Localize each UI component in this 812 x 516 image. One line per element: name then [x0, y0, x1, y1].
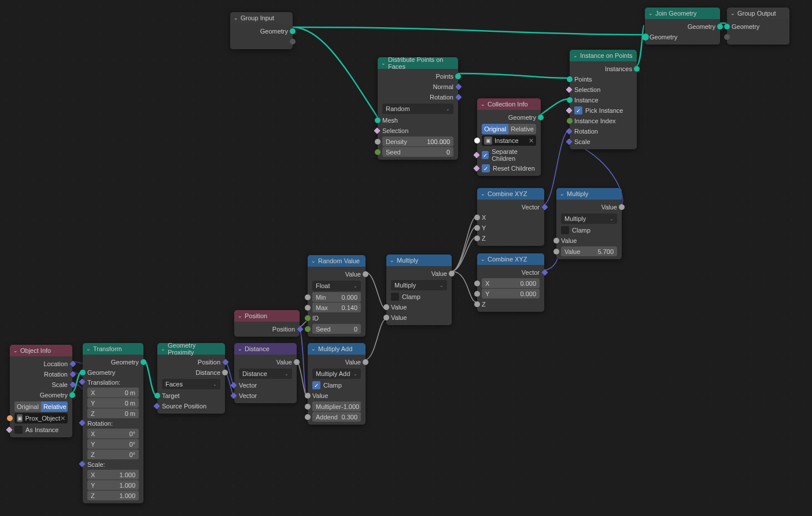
checkbox-box[interactable] [312, 381, 320, 389]
checkbox-box[interactable] [561, 226, 569, 234]
socket-geometry[interactable] [567, 97, 573, 103]
field-multiplier[interactable]: Multiplier-1.000 [312, 401, 361, 411]
node-group-input[interactable]: ⌄Group Input Geometry [230, 12, 293, 49]
field-seed[interactable]: Seed0 [312, 324, 361, 334]
socket-collection[interactable] [474, 138, 480, 143]
node-object-info[interactable]: ⌄Object Info Location Rotation Scale Geo… [10, 345, 72, 437]
node-header[interactable]: ⌄Join Geometry [645, 8, 720, 19]
field-min[interactable]: Min0.000 [312, 292, 361, 302]
socket-geometry[interactable] [375, 117, 381, 123]
node-header[interactable]: ⌄Group Input [230, 12, 293, 24]
socket-float[interactable] [474, 235, 480, 241]
dropdown-operation[interactable]: Multiply⌄ [391, 280, 447, 290]
field-sz[interactable]: Z1.000 [87, 491, 139, 500]
checkbox-reset-children[interactable]: Reset Children [477, 163, 541, 174]
dropdown-operation[interactable]: Multiply⌄ [561, 213, 617, 224]
field-rx[interactable]: X0° [87, 429, 139, 438]
node-position[interactable]: ⌄Position Position [234, 310, 300, 337]
node-collection-info[interactable]: ⌄Collection Info Geometry Original Relat… [477, 98, 541, 176]
socket-geometry[interactable] [634, 66, 640, 72]
node-combine-xyz-2[interactable]: ⌄Combine XYZ Vector X0.000 Y0.000 Z [477, 253, 544, 312]
checkbox-clamp[interactable]: Clamp [556, 225, 622, 235]
button-original[interactable]: Original [482, 124, 508, 134]
socket-geometry[interactable] [455, 73, 461, 79]
field-sx[interactable]: X1.000 [87, 470, 139, 480]
checkbox-as-instance[interactable]: As Instance [10, 425, 72, 435]
dropdown-mode[interactable]: Faces⌄ [162, 379, 220, 389]
node-header[interactable]: ⌄Multiply Add [308, 343, 366, 355]
node-random-value[interactable]: ⌄Random Value Value Float⌄ Min0.000 Max0… [308, 255, 366, 337]
checkbox-box[interactable] [14, 426, 23, 434]
dropdown-type[interactable]: Float⌄ [312, 281, 361, 291]
node-geometry-proximity[interactable]: ⌄Geometry Proximity Position Distance Fa… [157, 343, 225, 414]
socket-float[interactable] [305, 294, 311, 300]
checkbox-box[interactable] [391, 293, 399, 301]
node-header[interactable]: ⌄Multiply [386, 255, 452, 266]
node-distribute-points[interactable]: ⌄Distribute Points on Faces Points Norma… [378, 57, 458, 160]
socket-float[interactable] [474, 291, 480, 297]
socket-float[interactable] [305, 305, 311, 311]
node-instance-on-points[interactable]: ⌄Instance on Points Instances Points Sel… [570, 50, 637, 149]
node-header[interactable]: ⌄Combine XYZ [477, 188, 544, 200]
node-multiply[interactable]: ⌄Multiply Value Multiply⌄ Clamp Value Va… [386, 255, 452, 325]
field-y[interactable]: Y0.000 [482, 289, 540, 298]
socket-int[interactable] [567, 118, 573, 124]
socket-float[interactable] [383, 304, 389, 310]
checkbox-box[interactable] [482, 151, 489, 159]
socket-float[interactable] [363, 359, 368, 365]
node-header[interactable]: ⌄Position [234, 310, 300, 322]
socket-int[interactable] [305, 315, 311, 321]
socket-float[interactable] [383, 315, 389, 320]
field-tz[interactable]: Z0 m [87, 408, 139, 418]
node-header[interactable]: ⌄Random Value [308, 255, 366, 267]
field-tx[interactable]: X0 m [87, 388, 139, 397]
socket-geometry-multi[interactable] [642, 34, 649, 40]
field-max[interactable]: Max0.140 [312, 303, 361, 312]
field-object[interactable]: ▣Prox_Object✕ [14, 413, 68, 423]
dropdown-operation[interactable]: Multiply Add⌄ [312, 368, 361, 379]
node-transform[interactable]: ⌄Transform Geometry Geometry Translation… [83, 343, 143, 503]
socket-float[interactable] [449, 271, 455, 277]
dropdown-mode[interactable]: Random⌄ [382, 104, 453, 114]
node-header[interactable]: ⌄Combine XYZ [477, 253, 544, 265]
socket-float[interactable] [474, 215, 480, 220]
node-multiply-add[interactable]: ⌄Multiply Add Value Multiply Add⌄ Clamp … [308, 343, 366, 425]
socket-float[interactable] [294, 359, 300, 365]
checkbox-separate-children[interactable]: Separate Children [477, 147, 541, 163]
socket-geometry[interactable] [567, 76, 573, 82]
node-header[interactable]: ⌄Geometry Proximity [157, 343, 225, 355]
socket-float[interactable] [222, 370, 228, 375]
field-sy[interactable]: Y1.000 [87, 480, 139, 490]
socket-float[interactable] [305, 393, 311, 399]
socket-geometry[interactable] [538, 115, 544, 120]
button-relative[interactable]: Relative [41, 401, 68, 412]
field-collection[interactable]: ▣Instance✕ [482, 135, 536, 146]
field-addend[interactable]: Addend0.300 [312, 412, 361, 422]
socket-float[interactable] [363, 271, 368, 277]
socket-float[interactable] [305, 404, 311, 410]
field-seed[interactable]: Seed0 [382, 147, 453, 157]
socket-float[interactable] [553, 249, 559, 255]
socket-geometry[interactable] [80, 370, 86, 375]
node-header[interactable]: ⌄Distance [234, 343, 297, 355]
checkbox-pick-instance[interactable]: Pick Instance [570, 105, 637, 116]
button-original[interactable]: Original [14, 401, 41, 412]
socket-float[interactable] [619, 204, 625, 210]
socket-virtual[interactable] [724, 34, 730, 40]
node-group-output[interactable]: ⌄Group Output Geometry [727, 8, 789, 45]
checkbox-clamp[interactable]: Clamp [308, 380, 366, 390]
node-header[interactable]: ⌄Distribute Points on Faces [378, 57, 458, 69]
node-combine-xyz[interactable]: ⌄Combine XYZ Vector X Y Z [477, 188, 544, 246]
node-header[interactable]: ⌄Multiply [556, 188, 622, 200]
checkbox-box[interactable] [482, 164, 490, 172]
node-header[interactable]: ⌄Object Info [10, 345, 72, 356]
node-distance[interactable]: ⌄Distance Value Distance⌄ Vector Vector [234, 343, 297, 403]
socket-int[interactable] [305, 326, 311, 332]
socket-float[interactable] [474, 301, 480, 307]
field-ry[interactable]: Y0° [87, 439, 139, 449]
checkbox-clamp[interactable]: Clamp [386, 292, 452, 302]
clear-icon[interactable]: ✕ [529, 137, 534, 145]
socket-object[interactable] [7, 415, 13, 421]
node-header[interactable]: ⌄Instance on Points [570, 50, 637, 61]
button-relative[interactable]: Relative [508, 124, 536, 134]
